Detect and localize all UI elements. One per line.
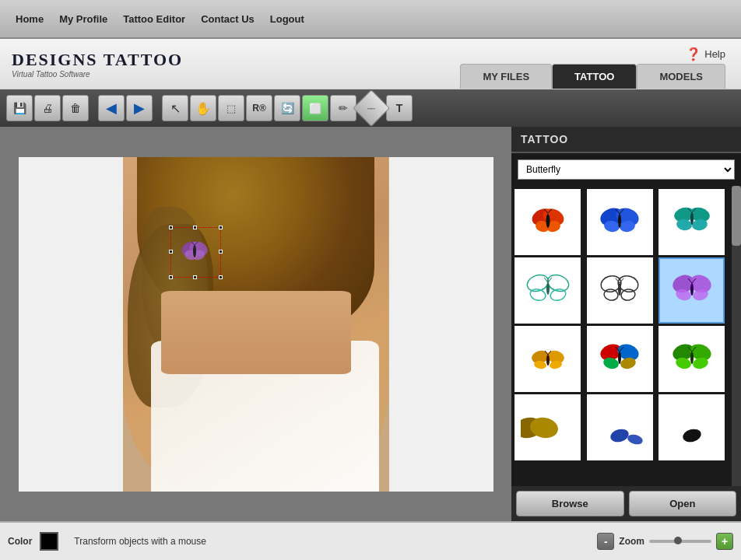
tattoo-item-10[interactable]	[514, 394, 581, 460]
nav-links: Home My Profile Tattoo Editor Contact Us…	[16, 13, 304, 25]
svg-point-25	[690, 212, 694, 225]
svg-point-31	[549, 287, 567, 302]
print-button[interactable]: 🖨	[34, 95, 61, 121]
svg-point-11	[546, 214, 550, 228]
erase-tool[interactable]: ⟋	[353, 89, 390, 127]
handle-mr[interactable]	[219, 250, 223, 254]
zoom-thumb[interactable]	[674, 537, 682, 544]
tattoo-item-3[interactable]	[658, 189, 725, 255]
handle-tl[interactable]	[169, 226, 173, 229]
text-tool[interactable]: T	[386, 95, 413, 121]
zoom-slider[interactable]	[649, 540, 711, 543]
zoom-label: Zoom	[619, 536, 644, 547]
help-label: Help	[704, 48, 725, 60]
svg-point-18	[618, 214, 621, 228]
crop-tool[interactable]: ⬚	[218, 95, 244, 121]
tab-bar: MY FILES TATTOO MODELS	[460, 64, 725, 89]
resize-tool[interactable]: ⬜	[302, 95, 328, 121]
svg-point-30	[529, 287, 546, 302]
tattoo-item-5[interactable]	[587, 257, 653, 324]
status-text: Transform objects with a mouse	[74, 536, 206, 547]
move-tool[interactable]: ✋	[190, 95, 216, 121]
logo-title: DESIGNS TATTOO	[12, 50, 183, 70]
logo-subtitle: Virtual Tattoo Software	[12, 70, 183, 79]
sidebar: TATTOO Butterfly Dragon Tribal Celtic Fl…	[511, 127, 741, 521]
undo-button[interactable]: ◀	[98, 95, 125, 121]
category-select[interactable]: Butterfly Dragon Tribal Celtic Flower Sk…	[518, 159, 735, 180]
tattoo-item-7[interactable]	[514, 326, 581, 392]
tattoo-item-11[interactable]	[587, 394, 653, 460]
tattoo-item-12[interactable]	[658, 394, 725, 460]
sidebar-header: TATTOO	[511, 127, 741, 153]
redo-button[interactable]: ▶	[126, 95, 153, 121]
save-button[interactable]: 💾	[6, 95, 33, 121]
toolbar: 💾 🖨 🗑 ◀ ▶ ↖ ✋ ⬚ R® 🔄 ⬜ ✏ ⟋ T	[0, 89, 741, 127]
handle-bm[interactable]	[193, 275, 197, 279]
browse-button[interactable]: Browse	[516, 491, 624, 516]
placed-tattoo[interactable]	[170, 227, 221, 278]
svg-point-39	[618, 283, 621, 296]
svg-point-67	[690, 352, 694, 364]
canvas[interactable]	[19, 157, 493, 492]
handle-ml[interactable]	[169, 250, 173, 254]
svg-point-74	[681, 427, 702, 444]
select-tool[interactable]: ↖	[162, 95, 188, 121]
tattoo-item-9[interactable]	[658, 326, 725, 392]
tab-my-files[interactable]: MY FILES	[460, 64, 552, 89]
tab-tattoo[interactable]: TATTOO	[552, 64, 637, 89]
svg-point-60	[618, 352, 621, 364]
scrollbar-thumb[interactable]	[732, 186, 741, 246]
zoom-plus-button[interactable]: +	[716, 533, 733, 550]
nav-profile[interactable]: My Profile	[59, 13, 107, 25]
sidebar-buttons: Browse Open	[511, 486, 741, 521]
svg-point-73	[627, 432, 644, 446]
svg-point-53	[546, 355, 550, 366]
delete-button[interactable]: 🗑	[62, 95, 89, 121]
tab-models[interactable]: MODELS	[637, 64, 725, 89]
tattoo-item-2[interactable]	[587, 189, 653, 255]
flip-tool[interactable]: 🔄	[274, 95, 300, 121]
svg-point-4	[193, 245, 196, 257]
help-button[interactable]: ❓ Help	[686, 47, 725, 61]
svg-point-46	[690, 283, 694, 296]
logo-bar: DESIGNS TATTOO Virtual Tattoo Software M…	[0, 39, 741, 89]
handle-tm[interactable]	[193, 226, 197, 229]
canvas-area	[0, 127, 511, 521]
logo: DESIGNS TATTOO Virtual Tattoo Software	[12, 50, 183, 79]
svg-point-32	[546, 282, 550, 295]
handle-bl[interactable]	[169, 275, 173, 279]
open-button[interactable]: Open	[629, 491, 737, 516]
zoom-area: - Zoom +	[597, 533, 733, 550]
handle-tr[interactable]	[219, 226, 223, 229]
tattoo-item-1[interactable]	[514, 189, 581, 255]
model-photo	[19, 157, 493, 492]
sidebar-scrollbar[interactable]	[732, 186, 741, 486]
color-label: Color	[8, 536, 32, 547]
rotate-tool[interactable]: R®	[246, 95, 272, 121]
nav-contact[interactable]: Contact Us	[201, 13, 255, 25]
handle-br[interactable]	[219, 275, 223, 279]
canvas-bottom: Color Transform objects with a mouse - Z…	[0, 521, 741, 560]
nav-logout[interactable]: Logout	[270, 13, 304, 25]
nav-bar: Home My Profile Tattoo Editor Contact Us…	[0, 0, 741, 39]
tattoo-item-8[interactable]	[587, 326, 653, 392]
tattoo-grid	[511, 186, 732, 486]
nav-editor[interactable]: Tattoo Editor	[123, 13, 185, 25]
zoom-minus-button[interactable]: -	[597, 533, 614, 550]
help-icon: ❓	[686, 47, 701, 61]
tattoo-item-6[interactable]	[658, 257, 725, 324]
tattoo-item-4[interactable]	[514, 257, 581, 324]
main-content: TATTOO Butterfly Dragon Tribal Celtic Fl…	[0, 127, 741, 521]
nav-home[interactable]: Home	[16, 13, 44, 25]
color-swatch[interactable]	[40, 532, 58, 551]
tattoo-svg	[175, 232, 214, 271]
svg-point-72	[609, 427, 630, 444]
